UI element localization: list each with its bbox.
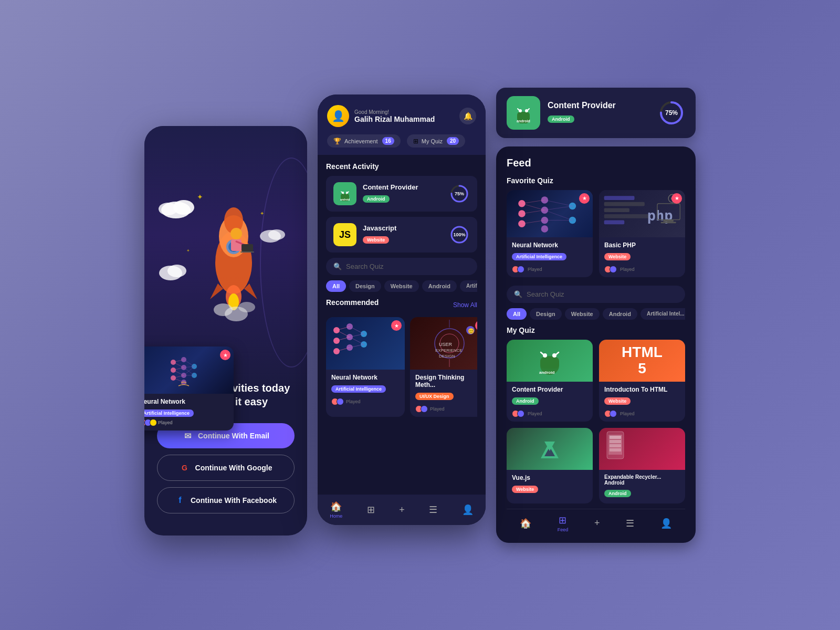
recent-activity-title: Recent Activity <box>326 162 477 171</box>
plus-icon: + <box>399 505 405 516</box>
facebook-icon: f <box>175 495 185 506</box>
svg-rect-111 <box>604 208 629 212</box>
svg-rect-112 <box>604 214 650 218</box>
rec-card-design-tag: UI/UX Design <box>415 393 454 400</box>
avatar-dots-3 <box>415 405 428 413</box>
svg-text:android: android <box>340 198 350 201</box>
feed-search[interactable]: 🔍 Search Quiz <box>507 286 685 303</box>
svg-line-72 <box>350 337 364 344</box>
my-quiz-vue-tag: Website <box>512 486 538 493</box>
android-icon: android <box>333 182 356 205</box>
progress-text-1: 75% <box>449 183 470 204</box>
svg-text:✦: ✦ <box>186 248 190 253</box>
my-quiz-html-body: Introducton To HTML Website Played <box>599 382 685 422</box>
fav-card-php[interactable]: ★ php <box>599 190 685 277</box>
mq-av2 <box>517 410 524 417</box>
feed-filter-android[interactable]: Android <box>603 308 637 320</box>
greeting-text: Good Morning! <box>354 109 435 115</box>
svg-text:✦: ✦ <box>260 211 264 216</box>
svg-rect-110 <box>604 202 645 206</box>
list-icon: ☰ <box>429 504 437 516</box>
activity-card-2[interactable]: JS Javascript Website 100% <box>326 217 477 253</box>
feed-nav-add[interactable]: + <box>594 518 600 529</box>
avatar-3 <box>150 419 157 426</box>
svg-line-106 <box>544 206 572 210</box>
email-icon: ✉ <box>182 430 193 441</box>
filter-all[interactable]: All <box>326 280 346 292</box>
my-quiz-android-img: android <box>507 340 593 382</box>
feed-search-icon: 🔍 <box>514 290 522 298</box>
my-quiz-card-html[interactable]: HTML5 Introducton To HTML Website Played <box>599 340 685 422</box>
cp-top-card[interactable]: android Content Provider Android 75% <box>496 88 696 138</box>
feed-grid-icon: ⊞ <box>559 514 566 526</box>
svg-marker-13 <box>244 284 257 299</box>
notification-bell[interactable]: 🔔 <box>459 108 476 124</box>
svg-point-93 <box>518 210 526 217</box>
facebook-button[interactable]: f Continue With Facebook <box>157 487 295 513</box>
nav-profile[interactable]: 👤 <box>462 504 474 516</box>
vue-svg <box>537 437 563 460</box>
rec-card-nn[interactable]: ★ <box>326 317 405 417</box>
fav-php-avatars <box>604 266 617 273</box>
filter-design[interactable]: Design <box>349 280 381 292</box>
feed-profile-icon: 👤 <box>660 518 672 529</box>
fav-nn-tag: Artificial Intelligence <box>512 253 566 260</box>
html5-text: HTML5 <box>622 344 663 377</box>
nav-list[interactable]: ☰ <box>429 504 437 516</box>
recommended-cards: ★ <box>326 317 477 417</box>
neural-net-viz <box>165 352 202 388</box>
feed-nav-list[interactable]: ☰ <box>626 518 634 529</box>
feed-filter-design[interactable]: Design <box>530 308 562 320</box>
my-quiz-android-body: Content Provider Android Played <box>507 382 593 422</box>
mq-html-avatars <box>604 410 617 417</box>
nav-home[interactable]: 🏠 Home <box>330 501 342 519</box>
feed-search-placeholder: Search Quiz <box>527 290 564 298</box>
nn-card-avatars: Played <box>144 419 228 426</box>
filter-website[interactable]: Website <box>384 280 419 292</box>
feed-nav-feed[interactable]: ⊞ Feed <box>558 514 569 532</box>
feed-home-icon: 🏠 <box>520 518 531 529</box>
my-quiz-card-recycler[interactable]: Expandable Recycler... Android Android <box>599 428 685 503</box>
fav-nn-played: Played <box>528 267 542 272</box>
fav-quiz-title: Favorite Quiz <box>507 176 685 185</box>
dashboard-body: Recent Activity android Content Prov <box>318 155 486 495</box>
filter-android[interactable]: Android <box>422 280 457 292</box>
fav-nn-img: ★ <box>507 190 593 237</box>
my-quiz-card-android[interactable]: android Content Provider Android Played <box>507 340 593 422</box>
svg-point-92 <box>518 200 526 207</box>
fav-nn-name: Neural Network <box>512 242 587 249</box>
activity-info-2: Javascript Website <box>363 224 443 246</box>
activity-name-1: Content Provider <box>363 183 443 191</box>
my-quiz-html-tag: Website <box>604 397 631 405</box>
google-button[interactable]: G Continue With Google <box>157 455 295 481</box>
feed-filter-ai[interactable]: Artificial Intel... <box>640 308 685 320</box>
nav-grid[interactable]: ⊞ <box>367 504 375 516</box>
dashboard-search[interactable]: 🔍 Search Quiz <box>326 258 477 275</box>
my-quiz-recycler-name: Expandable Recycler... Android <box>604 474 680 486</box>
fav-card-nn[interactable]: ★ <box>507 190 593 277</box>
design-avatar-2 <box>421 405 428 413</box>
rec-card-nn-avatars: Played <box>331 398 400 405</box>
my-quiz-card-vue[interactable]: Vue.js Website <box>507 428 593 503</box>
rec-card-nn-img: ★ <box>326 317 405 370</box>
user-name: Galih Rizal Muhammad <box>354 115 435 123</box>
cp-progress-text: 75% <box>658 99 685 127</box>
nav-add[interactable]: + <box>399 505 405 516</box>
feed-nav-profile[interactable]: 👤 <box>660 518 672 529</box>
svg-line-37 <box>173 362 184 368</box>
svg-line-39 <box>173 370 184 375</box>
feed-nav-home[interactable]: 🏠 <box>520 518 531 529</box>
feed-nav-label: Feed <box>558 527 569 532</box>
show-all-button[interactable]: Show All <box>453 301 477 309</box>
feed-filter-all[interactable]: All <box>507 308 527 320</box>
my-quiz-android-meta: Played <box>512 410 587 417</box>
svg-point-18 <box>238 302 255 312</box>
filter-ai[interactable]: Artificial Intel... <box>460 280 477 292</box>
rec-card-nn-tag: Artificial Intelligence <box>331 385 386 393</box>
avatar-dots <box>144 419 157 426</box>
feed-filter-website[interactable]: Website <box>565 308 600 320</box>
rec-card-design[interactable]: USER EXPERIENCE DESIGN 😊 ★ Design Thinki… <box>410 317 477 417</box>
android-quiz-svg: android <box>534 342 565 379</box>
activity-card-1[interactable]: android Content Provider Android 75% <box>326 176 477 212</box>
my-quiz-recycler-img <box>599 428 685 470</box>
